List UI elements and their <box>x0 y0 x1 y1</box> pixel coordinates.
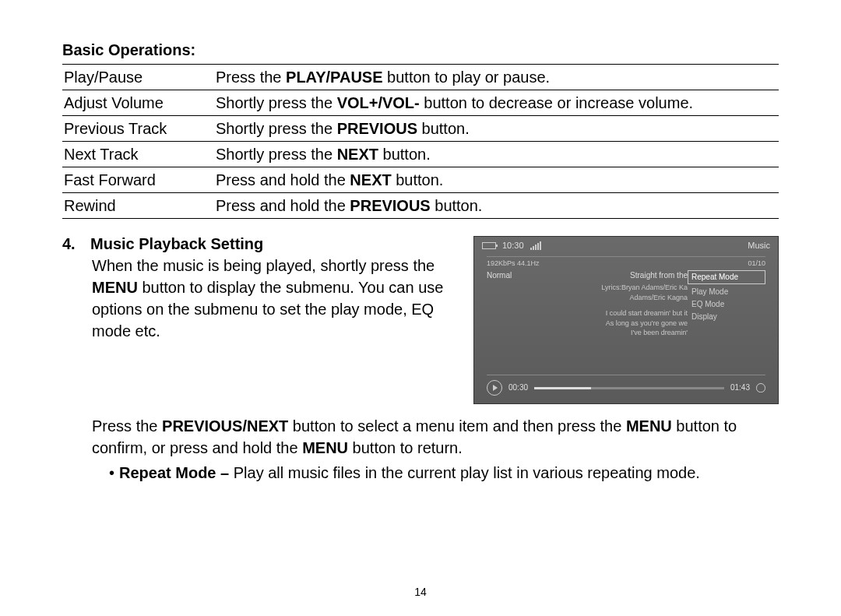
bullet-text: Play all music files in the current play… <box>234 464 700 481</box>
section-number: 4. <box>62 233 76 255</box>
submenu-item: EQ Mode <box>688 298 765 311</box>
op-desc: Shortly press the PREVIOUS button. <box>214 116 779 142</box>
track-title: Straight from the <box>630 270 688 281</box>
op-name: Adjust Volume <box>62 90 214 116</box>
lyrics-line: Lyrics:Bryan Adams/Eric Ka <box>487 283 688 293</box>
submenu-item: Display <box>688 311 765 323</box>
battery-icon <box>482 242 496 249</box>
lyrics-line: Adams/Eric Kagna <box>487 293 688 303</box>
op-desc: Press and hold the NEXT button. <box>214 167 779 193</box>
table-row: Fast ForwardPress and hold the NEXT butt… <box>62 167 779 193</box>
device-screenshot: 10:30 Music 192KbPs 44.1Hz 01/10 Normal … <box>473 236 779 404</box>
op-name: Rewind <box>62 193 214 219</box>
op-desc: Shortly press the VOL+/VOL- button to de… <box>214 90 779 116</box>
operations-table: Play/PausePress the PLAY/PAUSE button to… <box>62 64 779 219</box>
lyrics-line: I've been dreamin' <box>487 328 688 338</box>
lyrics-line: I could start dreamin' but it <box>487 308 688 319</box>
op-desc: Press and hold the PREVIOUS button. <box>214 193 779 219</box>
bullet-item: • Repeat Mode – Play all music files in … <box>109 462 779 484</box>
op-desc: Press the PLAY/PAUSE button to play or p… <box>214 65 779 90</box>
track-index: 01/10 <box>748 259 765 269</box>
progress-bar <box>534 387 724 389</box>
section-title: Music Playback Setting <box>90 233 263 255</box>
table-row: Previous TrackShortly press the PREVIOUS… <box>62 116 779 142</box>
op-name: Next Track <box>62 142 214 167</box>
app-label: Music <box>748 240 770 252</box>
section-paragraph-1: When the music is being played, shortly … <box>92 255 459 342</box>
eq-label: Normal <box>487 270 512 283</box>
headphone-icon <box>756 383 765 392</box>
op-name: Fast Forward <box>62 167 214 193</box>
submenu-item: Play Mode <box>688 286 765 298</box>
page-number: 14 <box>0 585 841 600</box>
table-row: Adjust VolumeShortly press the VOL+/VOL-… <box>62 90 779 116</box>
lyrics-line: As long as you're gone we <box>487 319 688 329</box>
signal-icon <box>530 241 541 250</box>
status-time: 10:30 <box>502 240 524 252</box>
time-elapsed: 00:30 <box>508 382 528 393</box>
play-icon <box>487 380 502 396</box>
op-name: Previous Track <box>62 116 214 142</box>
bitrate: 192KbPs 44.1Hz <box>487 259 540 269</box>
section-paragraph-2: Press the PREVIOUS/NEXT button to select… <box>92 415 779 459</box>
op-name: Play/Pause <box>62 65 214 90</box>
table-row: Next TrackShortly press the NEXT button. <box>62 142 779 167</box>
submenu: Repeat Mode Play Mode EQ Mode Display <box>688 270 765 338</box>
bullet-label: Repeat Mode – <box>119 464 234 481</box>
submenu-item-selected: Repeat Mode <box>688 270 765 284</box>
table-row: Play/PausePress the PLAY/PAUSE button to… <box>62 65 779 90</box>
time-total: 01:43 <box>730 382 750 393</box>
section-header: Basic Operations: <box>62 39 779 61</box>
op-desc: Shortly press the NEXT button. <box>214 142 779 167</box>
table-row: RewindPress and hold the PREVIOUS button… <box>62 193 779 219</box>
